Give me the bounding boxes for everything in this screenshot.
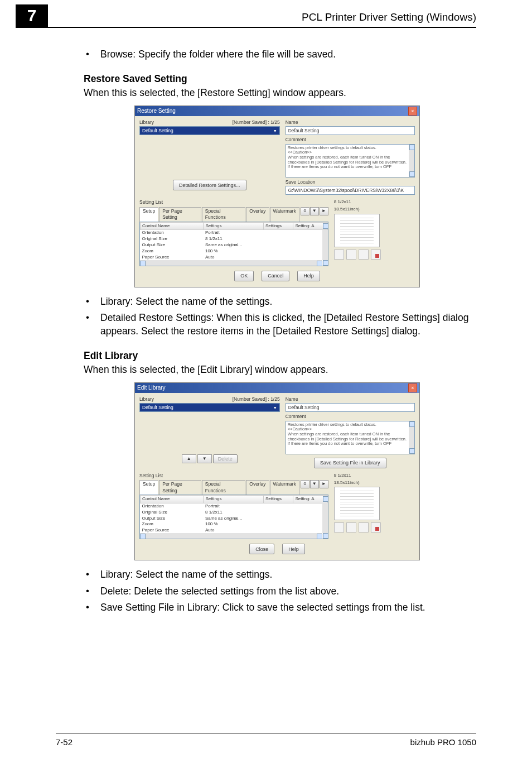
tab-pager-right[interactable]: ► — [320, 480, 328, 488]
cell: 100 % — [204, 248, 264, 255]
comment-label: Comment — [286, 414, 415, 420]
scrollbar[interactable] — [322, 503, 328, 533]
scrollbar[interactable] — [409, 145, 414, 177]
detailed-restore-settings-button[interactable]: Detailed Restore Settings... — [173, 180, 246, 190]
preview-icon[interactable] — [371, 522, 381, 532]
tab-watermark[interactable]: Watermark — [270, 480, 299, 495]
preview-icon[interactable] — [359, 522, 369, 532]
delete-button[interactable]: Delete — [213, 454, 238, 463]
name-field[interactable]: Default Setting — [286, 403, 415, 412]
preview-icon[interactable] — [371, 250, 381, 260]
ok-button[interactable]: OK — [234, 271, 254, 281]
tab-setup[interactable]: Setup — [139, 207, 158, 222]
help-button[interactable]: Help — [297, 271, 320, 281]
preview-icon[interactable] — [346, 522, 356, 532]
comment-textarea[interactable]: Restores printer driver settings to defa… — [286, 421, 415, 454]
settings-grid[interactable]: Control Name Settings Settings Setting: … — [139, 222, 328, 266]
preview-size-1: 8 1/2x11 — [334, 199, 415, 205]
preview-size-2: 18.5x11inch) — [334, 207, 415, 213]
chevron-down-icon: ▼ — [273, 405, 277, 410]
comment-text: Restores printer driver settings to defa… — [288, 422, 407, 447]
name-value: Default Setting — [288, 405, 320, 411]
heading-edit-library: Edit Library — [84, 349, 471, 363]
grid-header-settings1: Settings — [204, 496, 264, 503]
close-button[interactable]: Close — [249, 544, 274, 554]
cell: Same as original... — [204, 516, 264, 522]
help-button[interactable]: Help — [282, 544, 305, 554]
tab-special[interactable]: Special Functions — [202, 480, 245, 495]
cancel-button[interactable]: Cancel — [262, 271, 289, 281]
move-up-button[interactable]: ▲ — [182, 454, 196, 463]
tab-setup[interactable]: Setup — [139, 480, 158, 495]
tab-pager-down[interactable]: ▼ — [310, 207, 319, 215]
save-location-field[interactable]: G:\WINDOWS\System32\spool\DRIVERS\W32X86… — [286, 186, 415, 195]
cell: Zoom — [141, 521, 204, 527]
library-select-value: Default Setting — [142, 128, 173, 134]
name-field[interactable]: Default Setting — [286, 126, 415, 135]
grid-header-settings2: Settings — [263, 222, 293, 230]
cell: Orientation — [141, 230, 204, 236]
tab-row: Setup Per Page Setting Special Functions… — [139, 207, 328, 222]
cell: Portrait — [204, 230, 264, 236]
cell: Original Size — [141, 236, 204, 242]
bullet-edit-2: Delete: Delete the selected settings fro… — [84, 585, 471, 598]
move-down-button[interactable]: ▼ — [197, 454, 212, 463]
chapter-number: 7 — [16, 4, 48, 27]
preview-icon[interactable] — [334, 250, 344, 260]
number-saved-label: [Number Saved] : 1/25 — [233, 119, 280, 126]
scrollbar[interactable] — [140, 260, 322, 266]
setting-list-label: Setting List — [139, 199, 328, 205]
tab-pager-down[interactable]: ▼ — [310, 480, 319, 488]
tab-pager-left[interactable]: 0 — [301, 207, 309, 215]
library-select[interactable]: Default Setting ▼ — [139, 403, 280, 412]
comment-label: Comment — [286, 137, 415, 143]
close-icon[interactable]: × — [408, 383, 417, 392]
cell: Original Size — [141, 510, 204, 516]
scrollbar[interactable] — [322, 230, 328, 260]
comment-text: Restores printer driver settings to defa… — [288, 145, 407, 170]
name-label: Name — [286, 396, 415, 402]
setting-list-label: Setting List — [139, 473, 328, 479]
settings-grid[interactable]: Control Name Settings Settings Setting: … — [139, 495, 328, 539]
save-setting-file-button[interactable]: Save Setting File in Library — [314, 458, 386, 468]
close-icon[interactable]: × — [408, 107, 417, 116]
bullet-restore-2: Detailed Restore Settings: When this is … — [84, 311, 471, 338]
tab-row: Setup Per Page Setting Special Functions… — [139, 480, 328, 495]
page-preview-icon — [334, 214, 380, 247]
tab-per-page[interactable]: Per Page Setting — [159, 480, 201, 495]
footer-product: bizhub PRO 1050 — [410, 737, 476, 747]
dialog-titlebar[interactable]: Restore Setting × — [135, 106, 419, 116]
tab-pager-right[interactable]: ► — [320, 207, 328, 215]
preview-icon[interactable] — [359, 250, 369, 260]
tab-special[interactable]: Special Functions — [202, 207, 245, 222]
header-rule — [16, 27, 476, 28]
scrollbar[interactable] — [140, 533, 322, 539]
footer-page-number: 7-52 — [56, 737, 72, 747]
dialog-title: Edit Library — [137, 384, 166, 392]
preview-pane: 8 1/2x11 18.5x11inch) — [334, 199, 415, 260]
page-preview-icon — [334, 487, 380, 520]
grid-header-settings1: Settings — [204, 222, 264, 230]
tab-watermark[interactable]: Watermark — [270, 207, 299, 222]
scrollbar[interactable] — [409, 421, 414, 454]
tab-per-page[interactable]: Per Page Setting — [159, 207, 201, 222]
bullet-browse: Browse: Specify the folder where the fil… — [84, 48, 471, 61]
cell: Output Size — [141, 242, 204, 248]
comment-textarea[interactable]: Restores printer driver settings to defa… — [286, 144, 415, 177]
preview-icon[interactable] — [346, 250, 356, 260]
preview-size-1: 8 1/2x11 — [334, 473, 415, 479]
cell: Same as original... — [204, 242, 264, 248]
library-select-value: Default Setting — [142, 405, 173, 411]
save-location-label: Save Location — [286, 179, 415, 185]
preview-icon[interactable] — [334, 522, 344, 532]
cell: 100 % — [204, 521, 264, 527]
footer-rule — [56, 733, 476, 733]
tab-overlay[interactable]: Overlay — [246, 207, 269, 222]
chevron-down-icon: ▼ — [273, 128, 277, 133]
library-label: Library — [139, 119, 154, 126]
dialog-titlebar[interactable]: Edit Library × — [135, 383, 419, 393]
grid-header-control: Control Name — [141, 496, 204, 503]
library-select[interactable]: Default Setting ▼ — [139, 126, 280, 135]
tab-pager-left[interactable]: 0 — [301, 480, 309, 488]
tab-overlay[interactable]: Overlay — [246, 480, 269, 495]
